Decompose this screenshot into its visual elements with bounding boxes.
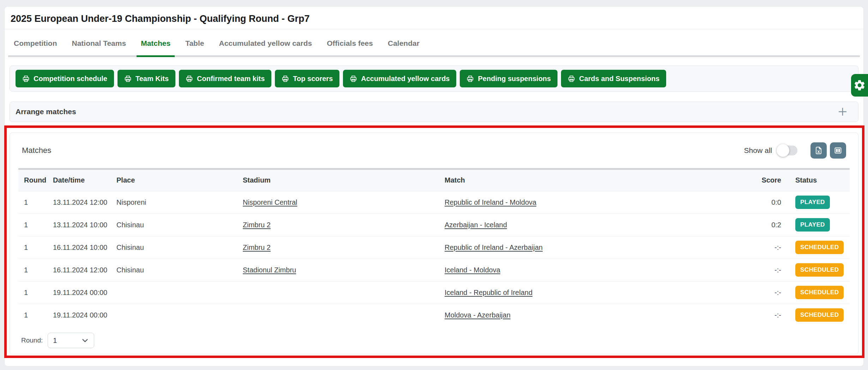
cell-datetime: 13.11.2024 12:00 <box>50 191 114 214</box>
print-icon <box>466 75 474 82</box>
matches-table: Round Date/time Place Stadium Match Scor… <box>18 170 850 326</box>
tab-label: Officials fees <box>327 39 373 47</box>
cell-status: PLAYED <box>790 191 850 214</box>
cell-score: -:- <box>758 259 790 281</box>
status-badge: SCHEDULED <box>795 286 844 299</box>
cell-status: SCHEDULED <box>790 304 850 326</box>
toggle-knob[interactable] <box>777 144 789 157</box>
print-button-pending-suspensions[interactable]: Pending suspensions <box>460 70 557 87</box>
print-button-label: Cards and Suspensions <box>579 75 659 83</box>
print-button-label: Team Kits <box>135 75 169 83</box>
col-score: Score <box>758 170 790 191</box>
tab-label: Accumulated yellow cards <box>219 39 312 47</box>
print-button-team-kits[interactable]: Team Kits <box>117 70 175 87</box>
cell-place: Chisinau <box>114 259 240 281</box>
print-button-label: Pending suspensions <box>478 75 551 83</box>
tab-label: National Teams <box>72 39 126 47</box>
print-toolbar: Competition schedule Team Kits Confirmed… <box>10 66 858 92</box>
arrange-matches-panel[interactable]: Arrange matches <box>10 101 858 122</box>
matches-controls: Show all <box>744 142 846 159</box>
table-header-row: Round Date/time Place Stadium Match Scor… <box>18 170 850 191</box>
cell-score: -:- <box>758 304 790 326</box>
tab-label: Calendar <box>388 39 420 47</box>
print-button-confirmed-team-kits[interactable]: Confirmed team kits <box>179 70 271 87</box>
main-card: 2025 European Under-19 Championship - Qu… <box>4 6 864 366</box>
export-excel-button[interactable] <box>810 142 827 159</box>
cell-score: -:- <box>758 281 790 304</box>
col-datetime: Date/time <box>50 170 114 191</box>
show-all-label: Show all <box>744 146 772 155</box>
match-link[interactable]: Iceland - Moldova <box>445 266 500 274</box>
columns-icon <box>834 146 842 155</box>
page-title: 2025 European Under-19 Championship - Qu… <box>11 13 863 24</box>
tab-officials-fees[interactable]: Officials fees <box>326 39 374 55</box>
plus-icon[interactable] <box>838 107 848 117</box>
round-select[interactable]: 1 <box>48 333 94 348</box>
tab-calendar[interactable]: Calendar <box>387 39 420 55</box>
col-place: Place <box>114 170 240 191</box>
table-row: 1 19.11.2024 00:00 Moldova - Azerbaijan … <box>18 304 850 326</box>
match-link[interactable]: Iceland - Republic of Ireland <box>445 289 532 296</box>
matches-title: Matches <box>22 146 51 155</box>
show-all-toggle[interactable] <box>778 146 797 155</box>
cell-score: 0:0 <box>758 191 790 214</box>
match-link[interactable]: Moldova - Azerbaijan <box>445 311 511 319</box>
status-badge: SCHEDULED <box>795 263 844 277</box>
cell-score: 0:2 <box>758 214 790 236</box>
tab-accumulated-yellow-cards[interactable]: Accumulated yellow cards <box>218 39 313 55</box>
status-badge: PLAYED <box>795 196 830 209</box>
tab-matches[interactable]: Matches <box>140 39 171 55</box>
table-row: 1 13.11.2024 12:00 Nisporeni Nisporeni C… <box>18 191 850 214</box>
cell-status: SCHEDULED <box>790 236 850 259</box>
match-link[interactable]: Republic of Ireland - Moldova <box>445 198 536 206</box>
cell-match: Iceland - Moldova <box>442 259 758 281</box>
status-badge: PLAYED <box>795 218 830 232</box>
cell-stadium <box>240 304 442 326</box>
cell-place <box>114 304 240 326</box>
matches-panel: Matches Show all <box>10 132 858 354</box>
stadium-link[interactable]: Stadionul Zimbru <box>243 266 296 274</box>
cell-stadium: Zimbru 2 <box>240 214 442 236</box>
print-icon <box>124 75 132 82</box>
stadium-link[interactable]: Nisporeni Central <box>243 198 297 206</box>
print-button-competition-schedule[interactable]: Competition schedule <box>16 70 114 87</box>
tab-label: Table <box>185 39 204 47</box>
tab-bar: Competition National Teams Matches Table… <box>8 39 860 57</box>
tab-competition[interactable]: Competition <box>13 39 58 55</box>
gear-icon <box>853 79 866 92</box>
cell-score: -:- <box>758 236 790 259</box>
title-divider <box>5 29 863 29</box>
match-link[interactable]: Azerbaijan - Iceland <box>445 221 507 229</box>
col-stadium: Stadium <box>240 170 442 191</box>
table-row: 1 16.11.2024 10:00 Chisinau Zimbru 2 Rep… <box>18 236 850 259</box>
cell-datetime: 19.11.2024 00:00 <box>50 304 114 326</box>
columns-view-button[interactable] <box>830 142 846 159</box>
tab-table[interactable]: Table <box>185 39 205 55</box>
match-link[interactable]: Republic of Ireland - Azerbaijan <box>445 243 543 251</box>
cell-round: 1 <box>18 191 50 214</box>
cell-round: 1 <box>18 214 50 236</box>
print-button-cards-and-suspensions[interactable]: Cards and Suspensions <box>561 70 666 87</box>
stadium-link[interactable]: Zimbru 2 <box>243 243 271 251</box>
table-row: 1 16.11.2024 12:00 Chisinau Stadionul Zi… <box>18 259 850 281</box>
print-icon <box>22 75 30 82</box>
cell-place <box>114 281 240 304</box>
tab-label: Competition <box>14 39 57 47</box>
stadium-link[interactable]: Zimbru 2 <box>243 221 271 229</box>
round-select-value: 1 <box>53 337 57 345</box>
status-badge: SCHEDULED <box>795 308 844 322</box>
print-button-top-scorers[interactable]: Top scorers <box>275 70 339 87</box>
tab-national-teams[interactable]: National Teams <box>71 39 127 55</box>
cell-datetime: 16.11.2024 10:00 <box>50 236 114 259</box>
col-match: Match <box>442 170 758 191</box>
print-button-label: Confirmed team kits <box>197 75 265 83</box>
cell-round: 1 <box>18 259 50 281</box>
print-button-accumulated-yellow-cards[interactable]: Accumulated yellow cards <box>343 70 456 87</box>
cell-place: Chisinau <box>114 214 240 236</box>
round-filter-label: Round: <box>21 337 43 344</box>
cell-stadium: Zimbru 2 <box>240 236 442 259</box>
cell-match: Republic of Ireland - Moldova <box>442 191 758 214</box>
settings-button[interactable] <box>851 74 868 97</box>
cell-place: Nisporeni <box>114 191 240 214</box>
tab-label: Matches <box>141 39 170 47</box>
